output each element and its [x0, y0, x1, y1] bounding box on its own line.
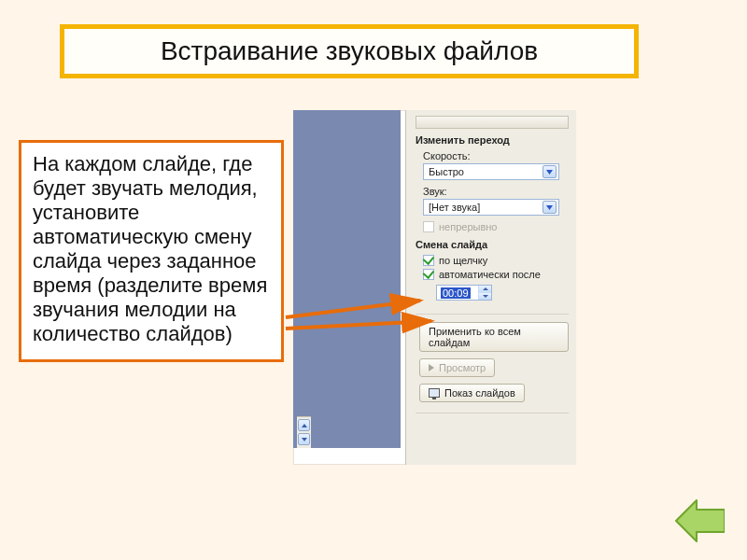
preview-label: Просмотр: [439, 362, 486, 373]
auto-after-checkbox-row[interactable]: автоматически после: [423, 269, 569, 280]
monitor-icon: [429, 388, 440, 398]
speed-value: Быстро: [429, 166, 464, 177]
instruction-callout: На каждом слайде, где будет звучать мело…: [19, 140, 284, 362]
spinner-up-button[interactable]: [479, 286, 491, 293]
slide-thumbnail-area: [293, 110, 401, 448]
svg-marker-4: [483, 287, 488, 290]
svg-marker-3: [546, 205, 553, 210]
svg-marker-0: [302, 424, 307, 427]
scroll-up-button[interactable]: [298, 419, 310, 431]
on-click-checkbox-row[interactable]: по щелчку: [423, 255, 569, 266]
app-screenshot: Изменить переход Скорость: Быстро Звук: …: [293, 110, 576, 465]
apply-all-label: Применить ко всем слайдам: [429, 326, 559, 348]
checkbox-icon: [423, 269, 434, 280]
sound-combo[interactable]: [Нет звука]: [423, 199, 559, 216]
auto-time-spinner[interactable]: 00:09: [436, 285, 492, 301]
svg-marker-1: [302, 438, 307, 441]
svg-marker-2: [546, 170, 553, 175]
slideshow-button[interactable]: Показ слайдов: [419, 384, 525, 402]
on-click-label: по щелчку: [439, 255, 487, 266]
section-transition-title: Изменить переход: [416, 134, 569, 146]
instruction-text: На каждом слайде, где будет звучать мело…: [33, 152, 270, 346]
transition-task-pane: Изменить переход Скорость: Быстро Звук: …: [405, 110, 576, 465]
scroll-strip: [297, 416, 311, 448]
chevron-down-icon: [543, 201, 557, 214]
spinner-buttons: [478, 286, 491, 300]
speed-combo[interactable]: Быстро: [423, 163, 559, 180]
preview-button[interactable]: Просмотр: [419, 358, 495, 377]
svg-marker-9: [676, 500, 725, 541]
svg-marker-5: [483, 295, 488, 298]
auto-after-label: автоматически после: [439, 269, 541, 280]
divider: [416, 413, 569, 413]
chevron-down-icon: [543, 165, 557, 178]
speed-label: Скорость:: [423, 150, 569, 161]
apply-all-button[interactable]: Применить ко всем слайдам: [419, 322, 569, 352]
pane-header-rule: [416, 116, 569, 129]
slide-title: Встраивание звуковых файлов: [74, 36, 625, 66]
slideshow-label: Показ слайдов: [444, 387, 515, 399]
sound-value: [Нет звука]: [429, 202, 480, 213]
divider: [416, 314, 569, 315]
loop-label: непрерывно: [439, 221, 497, 232]
loop-checkbox-row[interactable]: непрерывно: [423, 221, 569, 232]
auto-time-value: 00:09: [437, 286, 478, 300]
spinner-down-button[interactable]: [479, 293, 491, 301]
sound-label: Звук:: [423, 186, 569, 197]
scroll-down-button[interactable]: [298, 433, 310, 445]
checkbox-icon: [423, 221, 434, 232]
checkbox-icon: [423, 255, 434, 266]
section-advance-title: Смена слайда: [416, 239, 569, 250]
play-icon: [429, 364, 434, 371]
slide-title-box: Встраивание звуковых файлов: [60, 24, 639, 78]
nav-back-arrow[interactable]: [674, 498, 725, 543]
